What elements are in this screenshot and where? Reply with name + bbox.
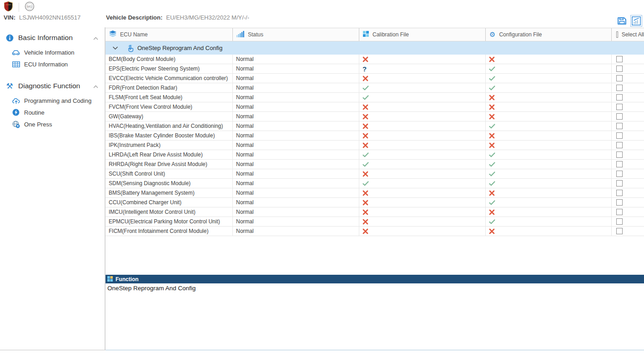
pass-icon <box>362 162 369 167</box>
table-row[interactable]: EPS(Electric Power Steering System)Norma… <box>106 64 644 74</box>
configuration-cell <box>486 217 612 226</box>
select-cell <box>612 93 644 102</box>
table-row[interactable]: FICM(Front Infotainment Control Module)N… <box>106 227 644 236</box>
table-group-row[interactable]: OneStep Reprogram And Config <box>106 41 644 55</box>
pass-icon <box>489 124 495 129</box>
row-checkbox[interactable] <box>616 85 623 91</box>
chevron-down-icon[interactable] <box>112 46 118 50</box>
pass-icon <box>362 181 369 186</box>
column-header-calibration-file[interactable]: Calibration File <box>359 28 486 41</box>
calibration-cell <box>359 198 486 207</box>
row-checkbox[interactable] <box>616 142 623 148</box>
status-cell: Normal <box>233 74 359 83</box>
row-checkbox[interactable] <box>616 104 623 110</box>
row-checkbox[interactable] <box>616 94 623 101</box>
row-checkbox[interactable] <box>616 209 623 215</box>
select-cell <box>612 179 644 188</box>
configuration-cell <box>486 121 612 131</box>
fail-icon <box>362 133 368 139</box>
save-icon[interactable] <box>617 17 627 25</box>
fail-icon <box>362 219 368 225</box>
configuration-cell <box>486 131 612 140</box>
table-row[interactable]: EPMCU(Electrical Parking Motor Control U… <box>106 217 644 227</box>
pass-icon <box>489 219 495 224</box>
pass-icon <box>489 66 495 71</box>
sidebar-item-routine[interactable]: Routine <box>0 106 105 118</box>
configuration-cell <box>486 160 612 169</box>
table-row[interactable]: BCM(Body Control Module)Normal <box>106 55 644 64</box>
table-row[interactable]: HVAC(Heating,Ventilation and Air Conditi… <box>106 121 644 131</box>
main-panel: ECU Name Status Calibration <box>106 27 644 350</box>
row-checkbox[interactable] <box>616 161 623 167</box>
ecu-name-cell: LHRDA(Left Rear Drive Assist Module) <box>106 150 233 159</box>
calibration-cell <box>359 112 486 121</box>
row-checkbox[interactable] <box>616 75 623 81</box>
row-checkbox[interactable] <box>616 190 623 196</box>
table-row[interactable]: SDM(Sensing Diagnostic Module)Normal <box>106 179 644 188</box>
sidebar-item-programming-and-coding[interactable]: Programming and Coding <box>0 95 105 106</box>
sidebar-item-vehicle-information[interactable]: Vehicle Information <box>0 46 105 58</box>
cloud-upload-icon <box>11 97 20 104</box>
ecu-name-cell: EPS(Electric Power Steering System) <box>106 64 233 73</box>
row-checkbox[interactable] <box>616 180 623 187</box>
configuration-cell <box>486 74 612 83</box>
status-cell: Normal <box>233 64 359 73</box>
column-header-configuration-file[interactable]: ⚙ Configuration File <box>486 28 612 41</box>
table-row[interactable]: IBS(Brake Master Cylinder Booster Module… <box>106 131 644 141</box>
fail-icon <box>489 56 495 62</box>
pass-icon <box>489 171 495 176</box>
row-checkbox[interactable] <box>616 123 623 129</box>
row-checkbox[interactable] <box>616 171 623 177</box>
sidebar-section-diagnostic-function[interactable]: ⚒ Diagnostic Function <box>5 79 101 93</box>
row-checkbox[interactable] <box>616 151 623 158</box>
sidebar-item-ecu-information[interactable]: ECU Information <box>0 58 105 70</box>
ecu-name-cell: SDM(Sensing Diagnostic Module) <box>106 179 233 188</box>
select-cell <box>612 55 644 64</box>
select-cell <box>612 131 644 140</box>
table-row[interactable]: CCU(Combined Charger Unit)Normal <box>106 198 644 207</box>
sidebar-item-label: Programming and Coding <box>24 97 91 104</box>
pass-icon <box>489 200 495 205</box>
calibration-cell <box>359 207 486 217</box>
status-cell: Normal <box>233 150 359 159</box>
row-checkbox[interactable] <box>616 199 623 206</box>
table-row[interactable]: FLSM(Front Left Seat Module)Normal <box>106 93 644 102</box>
table-row[interactable]: BMS(Battery Management System)Normal <box>106 188 644 198</box>
table-row[interactable]: IMCU(Intelligent Motor Control Unit)Norm… <box>106 207 644 217</box>
table-row[interactable]: SCU(Shift Control Unit)Normal <box>106 169 644 179</box>
table-row[interactable]: IPK(Instrument Pack)Normal <box>106 141 644 150</box>
chevron-up-icon[interactable] <box>93 82 98 90</box>
sidebar-section-basic-information[interactable]: Basic Information <box>5 31 101 45</box>
table-row[interactable]: FVCM(Front View Control Module)Normal <box>106 102 644 112</box>
configuration-cell <box>486 112 612 121</box>
column-header-status[interactable]: Status <box>233 28 359 41</box>
row-checkbox[interactable] <box>616 113 623 120</box>
select-cell <box>612 217 644 226</box>
row-checkbox[interactable] <box>616 218 623 225</box>
row-checkbox[interactable] <box>616 228 623 234</box>
column-label: Status <box>248 31 263 38</box>
row-checkbox[interactable] <box>616 56 623 62</box>
table-row[interactable]: LHRDA(Left Rear Drive Assist Module)Norm… <box>106 150 644 160</box>
chevron-up-icon[interactable] <box>93 34 98 42</box>
ecu-name-cell: GW(Gateway) <box>106 112 233 121</box>
configuration-cell <box>486 93 612 102</box>
table-row[interactable]: RHRDA(Right Rear Drive Assist Module)Nor… <box>106 160 644 169</box>
row-checkbox[interactable] <box>616 132 623 139</box>
table-row[interactable]: FDR(Front Detection Radar)Normal <box>106 83 644 93</box>
sidebar-item-one-press[interactable]: One Press <box>0 118 105 130</box>
table-row[interactable]: GW(Gateway)Normal <box>106 112 644 121</box>
select-cell <box>612 74 644 83</box>
select-cell <box>612 227 644 236</box>
function-panel-header: Function <box>106 275 644 283</box>
report-icon[interactable] <box>630 15 642 27</box>
select-cell <box>612 198 644 207</box>
ecu-name-cell: FLSM(Front Left Seat Module) <box>106 93 233 102</box>
configuration-cell <box>486 188 612 197</box>
column-header-ecu-name[interactable]: ECU Name <box>106 28 233 41</box>
ecu-name-cell: FICM(Front Infotainment Control Module) <box>106 227 233 236</box>
row-checkbox[interactable] <box>616 66 623 72</box>
select-all-checkbox[interactable] <box>616 31 618 38</box>
bolt-icon <box>11 109 20 116</box>
table-row[interactable]: EVCC(Electric Vehicle Communication cont… <box>106 74 644 83</box>
